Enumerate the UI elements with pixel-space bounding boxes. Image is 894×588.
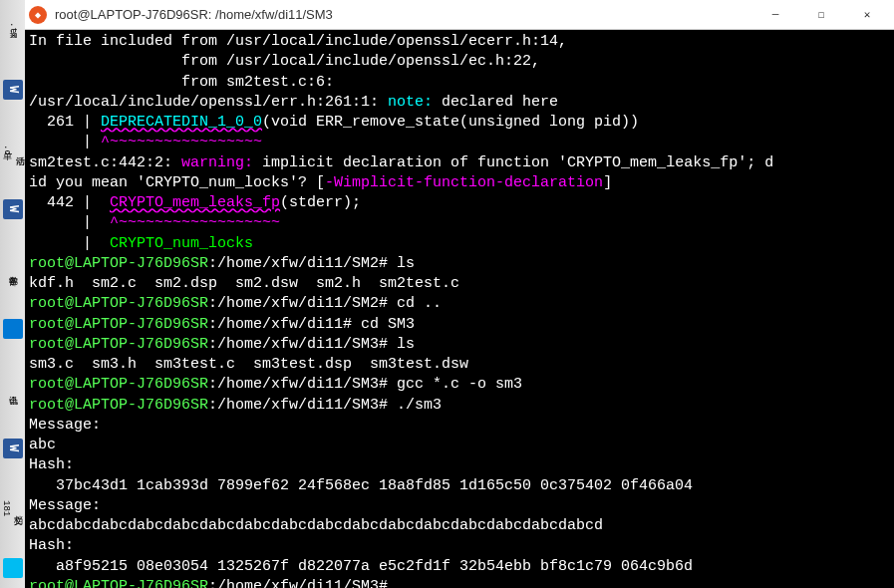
terminal-output[interactable]: In file included from /usr/local/include… — [25, 30, 894, 588]
word-icon: W — [3, 80, 23, 100]
app-icon — [3, 558, 23, 578]
app-icon — [3, 319, 23, 339]
output-label: Hash: — [29, 537, 74, 554]
term-line: | — [29, 235, 110, 252]
window-titlebar[interactable]: ◆ root@LAPTOP-J76D96SR: /home/xfw/di11/S… — [25, 0, 894, 30]
prompt-path: :/home/xfw/di11/SM3 — [208, 578, 379, 588]
prompt-cmd: # gcc *.c -o sm3 — [379, 376, 522, 393]
prompt-user: root@LAPTOP-J76D96SR — [29, 295, 208, 312]
taskbar-item-word2[interactable]: W — [0, 179, 25, 239]
prompt-path: :/home/xfw/di11/SM3 — [208, 397, 379, 414]
taskbar-item[interactable]: 当.tx — [0, 0, 25, 60]
word-icon: W — [3, 439, 23, 458]
word-icon: W — [3, 199, 23, 219]
taskbar-item-blue[interactable] — [0, 299, 25, 359]
prompt-path: :/home/xfw/di11/SM2 — [208, 255, 379, 272]
error-symbol: CRYPTO_mem_leaks_fp — [110, 194, 280, 211]
caret-line: ^~~~~~~~~~~~~~~~~~ — [101, 134, 262, 150]
taskbar-item[interactable]: 学各部 — [0, 239, 25, 299]
term-line: | — [29, 134, 101, 150]
note-label: note: — [388, 94, 442, 111]
prompt-user: root@LAPTOP-J76D96SR — [29, 578, 208, 588]
prompt-path: :/home/xfw/di11 — [208, 316, 343, 333]
minimize-button[interactable]: ─ — [752, 0, 798, 30]
close-button[interactable]: ✕ — [844, 0, 890, 30]
output-label: Message: — [29, 417, 101, 434]
prompt-cmd: # ./sm3 — [379, 397, 442, 414]
term-line: declared here — [442, 94, 558, 111]
term-line: 442 | — [29, 194, 110, 211]
taskbar-item-word[interactable]: W — [0, 60, 25, 120]
prompt-cmd: # cd SM3 — [343, 316, 415, 333]
taskbar-item[interactable]: 活动单.d — [0, 120, 25, 179]
window-controls: ─ ☐ ✕ — [752, 0, 890, 30]
output-label: Hash: — [29, 456, 74, 473]
term-line: (stderr); — [280, 194, 361, 211]
prompt-cmd: # cd .. — [379, 295, 442, 312]
prompt-cmd: # ls — [379, 255, 415, 272]
window-title: root@LAPTOP-J76D96SR: /home/xfw/di11/SM3 — [55, 7, 752, 22]
caret-line: ^~~~~~~~~~~~~~~~~~~ — [110, 214, 280, 231]
term-line: CRYPTO_num_locks — [146, 174, 289, 191]
output-hash: a8f95215 08e03054 1325267f d822077a e5c2… — [29, 558, 693, 575]
prompt-user: root@LAPTOP-J76D96SR — [29, 376, 208, 393]
taskbar-label: 181 — [1, 500, 11, 516]
term-line: ] — [603, 174, 612, 191]
term-line: In file included from /usr/local/include… — [29, 33, 567, 50]
warning-label: warning: — [181, 154, 262, 171]
desktop-taskbar: 当.tx W 活动单.d W 学各部 讯会 W 文档181 — [0, 0, 25, 588]
prompt-user: root@LAPTOP-J76D96SR — [29, 336, 208, 353]
taskbar-item-word3[interactable]: W — [0, 419, 25, 478]
term-line: from /usr/local/include/openssl/ec.h:22, — [29, 53, 540, 70]
warning-flag: -Wimplicit-function-declaration — [325, 174, 603, 191]
term-line: '; d — [738, 154, 773, 171]
taskbar-item[interactable]: 讯会 — [0, 359, 25, 419]
term-line: implicit declaration of function ' — [262, 154, 567, 171]
taskbar-label: 当.tx — [6, 22, 19, 38]
term-line: from sm2test.c:6: — [29, 74, 334, 91]
output-msg: abcdabcdabcdabcdabcdabcdabcdabcdabcdabcd… — [29, 517, 603, 534]
prompt-user: root@LAPTOP-J76D96SR — [29, 397, 208, 414]
suggestion: CRYPTO_num_locks — [110, 235, 253, 252]
maximize-button[interactable]: ☐ — [798, 0, 844, 30]
prompt-path: :/home/xfw/di11/SM3 — [208, 376, 379, 393]
ls-output: kdf.h sm2.c sm2.dsp sm2.dsw sm2.h sm2tes… — [29, 275, 459, 292]
term-line: '? [ — [289, 174, 325, 191]
term-line: id you mean ' — [29, 174, 146, 191]
term-line: CRYPTO_mem_leaks_fp — [567, 154, 738, 171]
output-hash: 37bc43d1 1cab393d 7899ef62 24f568ec 18a8… — [29, 477, 693, 494]
term-line: sm2test.c:442:2: — [29, 154, 181, 171]
taskbar-item[interactable]: 文档181 — [0, 478, 25, 538]
term-line: | — [29, 214, 110, 231]
ubuntu-icon: ◆ — [29, 6, 47, 24]
prompt-path: :/home/xfw/di11/SM2 — [208, 295, 379, 312]
terminal-window: ◆ root@LAPTOP-J76D96SR: /home/xfw/di11/S… — [25, 0, 894, 588]
term-line: 261 | — [29, 114, 101, 131]
term-line: (void ERR_remove_state(unsigned long pid… — [262, 114, 639, 131]
prompt-user: root@LAPTOP-J76D96SR — [29, 316, 208, 333]
term-line: /usr/local/include/openssl/err.h:261:1: — [29, 94, 388, 111]
deprecated-symbol: DEPRECATEDIN_1_0_0 — [101, 114, 262, 131]
prompt-cmd: # ls — [379, 336, 415, 353]
output-label: Message: — [29, 497, 101, 514]
prompt-user: root@LAPTOP-J76D96SR — [29, 255, 208, 272]
ls-output: sm3.c sm3.h sm3test.c sm3test.dsp sm3tes… — [29, 356, 468, 373]
prompt-path: :/home/xfw/di11/SM3 — [208, 336, 379, 353]
taskbar-label: 单.d — [0, 145, 13, 155]
prompt-cmd: # — [379, 578, 397, 588]
output-msg: abc — [29, 437, 56, 453]
taskbar-item-cyan[interactable] — [0, 538, 25, 588]
